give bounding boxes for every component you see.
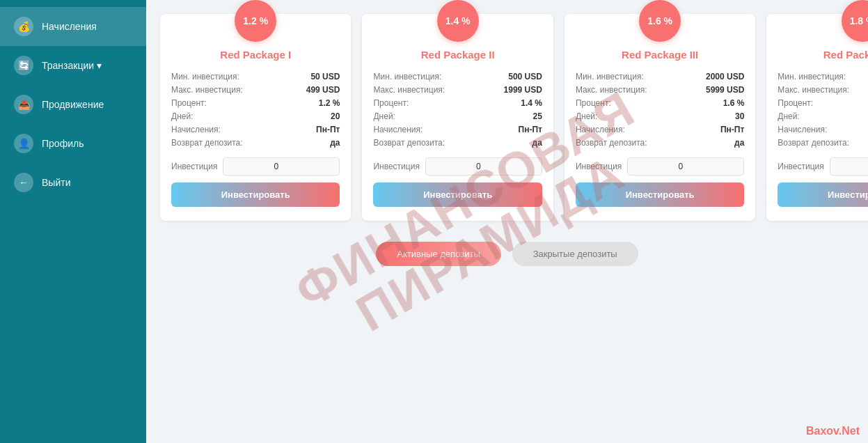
accruals-label-2: Начисления: <box>373 125 423 134</box>
invest-input-3[interactable] <box>627 157 744 176</box>
invest-input-4[interactable] <box>830 157 868 176</box>
sidebar-item-accruals[interactable]: 💰 Начисления <box>0 7 146 46</box>
deposit-row-1: Возврат депозита: да <box>171 138 340 148</box>
percent-label-1: Процент: <box>171 98 207 108</box>
invest-button-3[interactable]: Инвестировать <box>576 182 744 207</box>
days-row-2: Дней: 25 <box>373 111 542 121</box>
max-invest-label-4: Макс. инвестиция: <box>778 85 849 95</box>
days-label-1: Дней: <box>171 111 193 121</box>
days-row-4: Дней: 35 <box>778 111 868 121</box>
max-invest-row-1: Макс. инвестиция: 499 USD <box>171 85 340 95</box>
max-invest-value-2: 1999 USD <box>504 85 542 95</box>
sidebar: 💰 Начисления 🔄 Транзакции ▾ 📤 Продвижени… <box>0 0 146 443</box>
max-invest-label-1: Макс. инвестиция: <box>171 85 243 95</box>
accruals-label-3: Начисления: <box>576 125 625 134</box>
sidebar-item-transactions[interactable]: 🔄 Транзакции ▾ <box>0 46 146 85</box>
min-invest-row-3: Мин. инвестиция: 2000 USD <box>576 72 744 81</box>
invest-label-1: Инвестиция <box>171 162 217 171</box>
invest-input-2[interactable] <box>425 157 542 176</box>
sidebar-item-logout-label: Выйти <box>42 177 70 188</box>
deposit-label-1: Возврат депозита: <box>171 138 243 148</box>
percent-value-2: 1.4 % <box>521 98 542 108</box>
deposit-buttons: Активные депозиты Закрытые депозиты <box>160 242 854 266</box>
percent-label-3: Процент: <box>576 98 611 108</box>
max-invest-label-3: Макс. инвестиция: <box>576 85 647 95</box>
brand-text2: .Net <box>839 425 860 437</box>
deposit-label-4: Возврат депозита: <box>778 138 849 148</box>
max-invest-value-3: 5999 USD <box>706 85 744 95</box>
days-label-2: Дней: <box>373 111 395 121</box>
percent-row-2: Процент: 1.4 % <box>373 98 542 108</box>
package-details-3: Мин. инвестиция: 2000 USD Макс. инвестиц… <box>565 72 755 148</box>
min-invest-row-2: Мин. инвестиция: 500 USD <box>373 72 542 81</box>
package-badge-3: 1.6 % <box>639 0 681 42</box>
deposit-value-1: да <box>330 138 340 148</box>
accruals-label-1: Начисления: <box>171 125 221 134</box>
package-title-2: Red Package II <box>362 49 553 61</box>
package-details-1: Мин. инвестиция: 50 USD Макс. инвестиция… <box>160 72 351 148</box>
invest-label-4: Инвестиция <box>778 162 823 171</box>
days-label-3: Дней: <box>576 111 597 121</box>
logout-icon: ← <box>14 173 33 192</box>
invest-button-4[interactable]: Инвестировать <box>778 182 868 207</box>
transactions-icon: 🔄 <box>14 56 33 75</box>
percent-value-1: 1.2 % <box>319 98 340 108</box>
max-invest-label-2: Макс. инвестиция: <box>373 85 445 95</box>
invest-row-4: Инвестиция <box>778 157 868 176</box>
percent-label-4: Процент: <box>778 98 813 108</box>
invest-label-2: Инвестиция <box>373 162 419 171</box>
min-invest-label-2: Мин. инвестиция: <box>373 72 441 81</box>
invest-input-1[interactable] <box>223 157 340 176</box>
active-deposits-button[interactable]: Активные депозиты <box>376 242 500 266</box>
package-details-2: Мин. инвестиция: 500 USD Макс. инвестици… <box>362 72 553 148</box>
min-invest-label-4: Мин. инвестиция: <box>778 72 846 81</box>
sidebar-item-promotion-label: Продвижение <box>42 99 104 110</box>
invest-row-1: Инвестиция <box>171 157 340 176</box>
package-title-4: Red Package IV <box>766 49 868 61</box>
min-invest-value-3: 2000 USD <box>706 72 744 81</box>
package-title-3: Red Package III <box>565 49 755 61</box>
package-card-2: 1.4 % Red Package II Мин. инвестиция: 50… <box>362 14 553 221</box>
sidebar-item-transactions-label: Транзакции ▾ <box>42 60 102 71</box>
accruals-value-2: Пн-Пт <box>519 125 542 134</box>
deposit-value-3: да <box>734 138 744 148</box>
sidebar-item-promotion[interactable]: 📤 Продвижение <box>0 85 146 124</box>
package-badge-2: 1.4 % <box>437 0 479 42</box>
accruals-value-3: Пн-Пт <box>720 125 744 134</box>
percent-row-4: Процент: 1.8 % <box>778 98 868 108</box>
accruals-row-2: Начисления: Пн-Пт <box>373 125 542 134</box>
accruals-icon: 💰 <box>14 17 33 36</box>
package-details-4: Мин. инвестиция: 6000 USD Макс. инвестиц… <box>766 72 868 148</box>
brand-text1: Baxov <box>806 425 839 437</box>
accruals-value-1: Пн-Пт <box>316 125 340 134</box>
accruals-label-4: Начисления: <box>778 125 827 134</box>
package-badge-4: 1.8 % <box>842 0 868 42</box>
min-invest-label-3: Мин. инвестиция: <box>576 72 644 81</box>
accruals-row-1: Начисления: Пн-Пт <box>171 125 340 134</box>
deposit-row-4: Возврат депозита: да <box>778 138 868 148</box>
days-row-3: Дней: 30 <box>576 111 744 121</box>
sidebar-item-logout[interactable]: ← Выйти <box>0 163 146 202</box>
invest-button-1[interactable]: Инвестировать <box>171 182 340 207</box>
branding: Baxov.Net <box>806 425 860 437</box>
accruals-row-4: Начисления: Пн-Пт <box>778 125 868 134</box>
sidebar-item-profile[interactable]: 👤 Профиль <box>0 124 146 163</box>
package-card-3: 1.6 % Red Package III Мин. инвестиция: 2… <box>565 14 755 221</box>
min-invest-value-2: 500 USD <box>508 72 542 81</box>
max-invest-value-1: 499 USD <box>306 85 340 95</box>
min-invest-label-1: Мин. инвестиция: <box>171 72 239 81</box>
packages-grid: 1.2 % Red Package I Мин. инвестиция: 50 … <box>160 14 854 221</box>
sidebar-item-profile-label: Профиль <box>42 138 84 149</box>
closed-deposits-button[interactable]: Закрытые депозиты <box>512 242 638 266</box>
package-card-1: 1.2 % Red Package I Мин. инвестиция: 50 … <box>160 14 351 221</box>
deposit-value-2: да <box>532 138 542 148</box>
max-invest-row-3: Макс. инвестиция: 5999 USD <box>576 85 744 95</box>
days-value-2: 25 <box>533 111 542 121</box>
invest-label-3: Инвестиция <box>576 162 622 171</box>
package-badge-1: 1.2 % <box>235 0 276 42</box>
percent-label-2: Процент: <box>373 98 409 108</box>
deposit-row-3: Возврат депозита: да <box>576 138 744 148</box>
max-invest-row-4: Макс. инвестиция: 10000 USD <box>778 85 868 95</box>
profile-icon: 👤 <box>14 134 33 153</box>
invest-button-2[interactable]: Инвестировать <box>373 182 542 207</box>
